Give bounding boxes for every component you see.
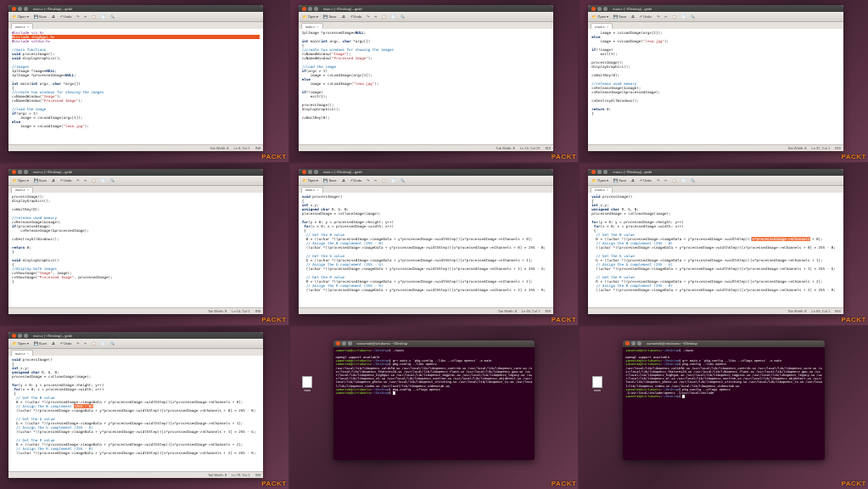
undo-button[interactable]: ↶ Undo	[638, 177, 653, 183]
save-button[interactable]: 💾 Save	[322, 14, 338, 20]
paste-button[interactable]: 📄	[680, 177, 687, 183]
cut-button[interactable]: ✂	[372, 177, 378, 183]
undo-button[interactable]: ↶ Undo	[59, 340, 74, 346]
cut-button[interactable]: ✂	[663, 14, 669, 20]
close-icon[interactable]	[591, 170, 596, 174]
maximize-icon[interactable]	[637, 341, 641, 346]
open-button[interactable]: 📂 Open ▾	[301, 177, 321, 183]
copy-button[interactable]: 📋	[90, 14, 98, 20]
copy-button[interactable]: 📋	[670, 14, 678, 20]
find-button[interactable]: 🔍	[109, 14, 116, 20]
undo-button[interactable]: ↶ Undo	[349, 177, 364, 183]
close-icon[interactable]	[12, 334, 16, 338]
paste-button[interactable]: 📄	[680, 14, 687, 20]
print-button[interactable]: 🖶	[630, 177, 636, 183]
open-button[interactable]: 📂 Open ▾	[591, 177, 610, 183]
copy-button[interactable]: 📋	[380, 14, 388, 20]
undo-button[interactable]: ↶ Undo	[59, 177, 74, 183]
code-area[interactable]: processImage(); displayGraphics(); cvWai…	[8, 193, 263, 308]
status-tabwidth[interactable]: Tab Width: 8	[210, 146, 228, 150]
cut-button[interactable]: ✂	[82, 340, 88, 346]
open-button[interactable]: 📂 Open ▾	[11, 340, 31, 346]
cut-button[interactable]: ✂	[663, 177, 669, 183]
tab-main-c[interactable]: main.c×	[591, 23, 613, 29]
print-button[interactable]: 🖶	[50, 340, 57, 346]
tab-main-c[interactable]: main.c×	[591, 187, 613, 193]
close-icon[interactable]	[625, 341, 630, 346]
redo-button[interactable]: ↷	[365, 177, 371, 183]
redo-button[interactable]: ↷	[655, 14, 661, 20]
maximize-icon[interactable]	[314, 7, 318, 11]
save-button[interactable]: 💾 Save	[322, 177, 338, 183]
redo-button[interactable]: ↷	[75, 340, 81, 346]
minimize-icon[interactable]	[342, 341, 346, 346]
find-button[interactable]: 🔍	[109, 177, 116, 183]
open-button[interactable]: 📂 Open ▾	[591, 14, 610, 20]
close-icon[interactable]	[591, 7, 596, 11]
maximize-icon[interactable]	[348, 341, 352, 346]
redo-button[interactable]: ↷	[365, 14, 371, 20]
undo-button[interactable]: ↶ Undo	[638, 14, 653, 20]
minimize-icon[interactable]	[18, 7, 22, 11]
terminal-body[interactable]: samontab@virtubuntu:~/Desktop$ ./main op…	[623, 347, 825, 460]
redo-button[interactable]: ↷	[75, 14, 81, 20]
find-button[interactable]: 🔍	[689, 14, 697, 20]
copy-button[interactable]: 📋	[670, 177, 678, 183]
minimize-icon[interactable]	[631, 341, 636, 346]
tab-close-icon[interactable]: ×	[607, 188, 608, 192]
maximize-icon[interactable]	[603, 170, 608, 174]
close-icon[interactable]	[12, 170, 16, 174]
print-button[interactable]: 🖶	[630, 14, 636, 20]
close-icon[interactable]	[12, 7, 16, 11]
tab-main-c[interactable]: main.c ×	[11, 23, 33, 29]
tab-close-icon[interactable]: ×	[27, 351, 29, 356]
find-button[interactable]: 🔍	[399, 14, 406, 20]
open-button[interactable]: 📂 Open ▾	[11, 14, 31, 20]
close-icon[interactable]	[302, 7, 306, 11]
maximize-icon[interactable]	[603, 7, 608, 11]
redo-button[interactable]: ↷	[75, 177, 81, 183]
undo-button[interactable]: ↶ Undo	[59, 14, 74, 20]
titlebar[interactable]: main.c (~/Desktop) - gedit	[299, 169, 553, 176]
close-icon[interactable]	[302, 170, 306, 174]
terminal-titlebar[interactable]: samontab@virtubuntu: ~/Desktop	[333, 340, 535, 347]
titlebar[interactable]: main.c (~/Desktop) - gedit	[8, 169, 263, 176]
find-button[interactable]: 🔍	[399, 177, 406, 183]
maximize-icon[interactable]	[24, 7, 28, 11]
desktop-file-main[interactable]: main	[301, 376, 313, 392]
print-button[interactable]: 🖶	[50, 177, 57, 183]
redo-button[interactable]: ↷	[655, 177, 661, 183]
code-area[interactable]: IplImage *processedImage=NULL; int main(…	[299, 29, 553, 144]
desktop-file-main[interactable]: main	[591, 376, 603, 392]
paste-button[interactable]: 📄	[389, 14, 397, 20]
titlebar[interactable]: main.c (~/Desktop) - gedit	[299, 5, 553, 12]
copy-button[interactable]: 📋	[90, 340, 98, 346]
find-button[interactable]: 🔍	[689, 177, 697, 183]
minimize-icon[interactable]	[597, 7, 602, 11]
minimize-icon[interactable]	[18, 334, 22, 338]
terminal-titlebar[interactable]: samontab@virtubuntu: ~/Desktop	[623, 340, 825, 347]
code-area[interactable]: void processImage() { int x,y; unsigned …	[299, 193, 553, 308]
save-button[interactable]: 💾 Save	[32, 177, 48, 183]
tab-main-c[interactable]: main.c×	[11, 350, 33, 356]
tab-close-icon[interactable]: ×	[316, 25, 318, 29]
maximize-icon[interactable]	[24, 334, 28, 338]
tab-close-icon[interactable]: ×	[607, 25, 608, 29]
tab-close-icon[interactable]: ×	[27, 188, 29, 192]
save-button[interactable]: 💾 Save	[612, 177, 628, 183]
print-button[interactable]: 🖶	[340, 14, 347, 20]
undo-button[interactable]: ↶ Undo	[349, 14, 364, 20]
save-button[interactable]: 💾 Save	[612, 14, 628, 20]
minimize-icon[interactable]	[18, 170, 22, 174]
titlebar[interactable]: main.c (~/Desktop) - gedit	[8, 332, 263, 339]
minimize-icon[interactable]	[597, 170, 602, 174]
maximize-icon[interactable]	[314, 170, 318, 174]
save-button[interactable]: 💾 Save	[32, 14, 48, 20]
find-button[interactable]: 🔍	[109, 340, 116, 346]
code-area[interactable]: image = cvLoadImage(argv[1]); else image…	[588, 29, 843, 144]
titlebar[interactable]: main.c (~/Desktop) - gedit	[8, 5, 263, 12]
open-button[interactable]: 📂 Open ▾	[301, 14, 321, 20]
minimize-icon[interactable]	[308, 7, 312, 11]
cut-button[interactable]: ✂	[82, 177, 88, 183]
tab-close-icon[interactable]: ×	[27, 25, 29, 29]
